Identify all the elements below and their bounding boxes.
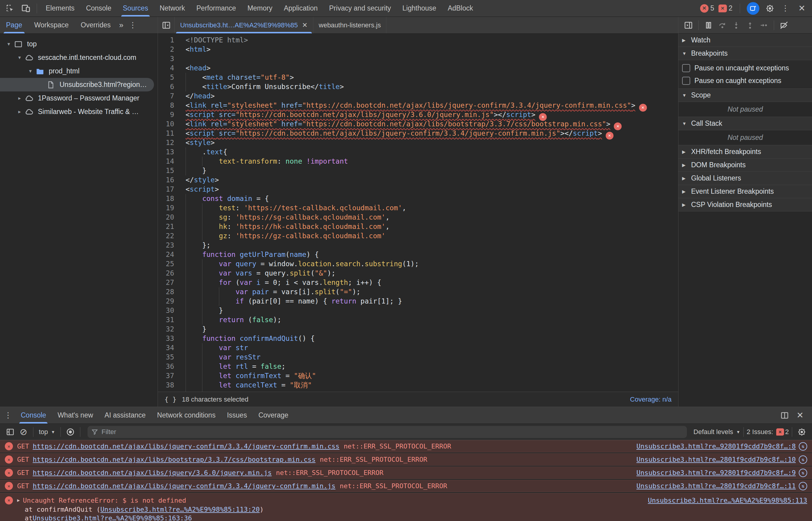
execution-context-selector[interactable]: top ▼: [37, 428, 57, 436]
section-header-xhr-fetch-breakpoints[interactable]: ▶XHR/fetch Breakpoints: [678, 145, 812, 159]
line-number[interactable]: 19: [158, 203, 181, 213]
line-number[interactable]: 31: [158, 315, 181, 324]
source-location-link[interactable]: Unsubscribe3.html?re…92801f9cdd7b9c8f…:8: [636, 443, 796, 450]
source-location-link[interactable]: Unsubscribe3.html?re…2801f9cdd7b9c8f…:10: [636, 456, 796, 463]
line-number[interactable]: 12: [158, 138, 181, 148]
step-out-icon[interactable]: [743, 18, 757, 32]
line-number[interactable]: 5: [158, 73, 181, 82]
log-levels-selector[interactable]: Default levels ▼: [694, 428, 740, 436]
pause-script-icon[interactable]: [702, 18, 716, 32]
toggle-navigator-icon[interactable]: [158, 17, 175, 33]
source-code-view[interactable]: 1<!DOCTYPE html>2<html>34<head>5 <meta c…: [158, 34, 678, 392]
coverage-link[interactable]: Coverage: n/a: [630, 395, 672, 403]
console-settings-gear-icon[interactable]: [795, 427, 808, 436]
jump-to-source-icon[interactable]: ⇅: [799, 469, 807, 477]
line-number[interactable]: 37: [158, 371, 181, 381]
section-header-call-stack[interactable]: ▼Call Stack: [678, 117, 812, 130]
tree-item-unsubscribe3-html-region-[interactable]: Unsubscribe3.html?region…: [0, 78, 154, 91]
line-number[interactable]: 17: [158, 185, 181, 194]
line-number[interactable]: 20: [158, 213, 181, 222]
section-header-csp-violation-breakpoints[interactable]: ▶CSP Violation Breakpoints: [678, 198, 812, 211]
section-header-event-listener-breakpoints[interactable]: ▶Event Listener Breakpoints: [678, 185, 812, 198]
line-number[interactable]: 35: [158, 353, 181, 362]
section-header-dom-breakpoints[interactable]: ▶DOM Breakpoints: [678, 159, 812, 172]
expand-caret-icon[interactable]: ▶: [17, 498, 20, 503]
line-number[interactable]: 22: [158, 231, 181, 241]
toggle-debugger-panel-icon[interactable]: [681, 18, 695, 32]
line-number[interactable]: 15: [158, 166, 181, 175]
drawer-tab-issues[interactable]: Issues: [221, 407, 253, 424]
main-tab-console[interactable]: Console: [80, 0, 117, 17]
tree-item-prod-html[interactable]: ▾prod_html: [0, 64, 158, 78]
request-url-link[interactable]: https://cdn.bootcdn.net/ajax/libs/bootst…: [33, 456, 316, 463]
request-url-link[interactable]: https://cdn.bootcdn.net/ajax/libs/jquery…: [33, 443, 340, 450]
source-location-link[interactable]: Unsubscribe3.html?re…2801f9cdd7b9c8f…:11: [636, 482, 796, 490]
line-number[interactable]: 11: [158, 129, 181, 138]
line-number[interactable]: 8: [158, 101, 181, 110]
main-tab-sources[interactable]: Sources: [117, 0, 154, 17]
section-header-breakpoints[interactable]: ▼Breakpoints: [678, 47, 812, 60]
filter-input[interactable]: [101, 428, 683, 436]
main-tab-elements[interactable]: Elements: [40, 0, 80, 17]
line-number[interactable]: 33: [158, 334, 181, 343]
line-number[interactable]: 25: [158, 259, 181, 269]
navigator-tab-overrides[interactable]: Overrides: [75, 17, 117, 33]
line-number[interactable]: 13: [158, 148, 181, 157]
main-tab-performance[interactable]: Performance: [191, 0, 242, 17]
console-errors-indicator[interactable]: ✕ 5: [700, 4, 717, 13]
main-tab-memory[interactable]: Memory: [242, 0, 278, 17]
device-toolbar-icon[interactable]: [18, 0, 34, 17]
step-into-icon[interactable]: [729, 18, 743, 32]
main-tab-application[interactable]: Application: [278, 0, 324, 17]
stack-frame-link[interactable]: Unsubscribe3.html?re…%A2%E9%98%85:163:36: [33, 514, 192, 521]
section-header-scope[interactable]: ▼Scope: [678, 89, 812, 102]
jump-to-source-icon[interactable]: ⇅: [799, 442, 807, 451]
source-location-link[interactable]: Unsubscribe3.html?re…92801f9cdd7b9c8f…:9: [636, 469, 796, 476]
line-number[interactable]: 26: [158, 269, 181, 278]
navigator-tab-workspace[interactable]: Workspace: [28, 17, 75, 33]
live-expression-eye-icon[interactable]: [64, 425, 77, 438]
tree-item-sescache-intl-tencent-cloud-co[interactable]: ▾sescache.intl.tencent-cloud.com: [0, 51, 158, 64]
section-header-global-listeners[interactable]: ▶Global Listeners: [678, 172, 812, 185]
settings-gear-icon[interactable]: [763, 4, 777, 13]
source-location-link[interactable]: Unsubscribe3.html?re…%AE%A2%E9%98%85:113: [648, 497, 807, 504]
line-number[interactable]: 34: [158, 343, 181, 353]
line-number[interactable]: 18: [158, 194, 181, 203]
breakpoint-option[interactable]: Pause on caught exceptions: [678, 74, 812, 87]
checkbox-icon[interactable]: [682, 64, 690, 72]
console-sidebar-icon[interactable]: [4, 425, 17, 438]
line-number[interactable]: 9: [158, 110, 181, 119]
editor-tab-inactive[interactable]: webauthn-listeners.js: [314, 17, 387, 33]
tree-expander-icon[interactable]: ▾: [15, 54, 24, 61]
drawer-more-icon[interactable]: ⋮: [1, 411, 15, 420]
tree-expander-icon[interactable]: ▸: [15, 95, 24, 101]
line-number[interactable]: 21: [158, 222, 181, 231]
editor-tab-active[interactable]: Unsubscribe3.ht…AE%A2%E9%98%85✕: [175, 17, 314, 33]
line-number[interactable]: 28: [158, 287, 181, 297]
format-braces-icon[interactable]: { }: [164, 395, 177, 403]
main-tab-adblock[interactable]: AdBlock: [442, 0, 479, 17]
step-icon[interactable]: [757, 18, 771, 32]
jump-to-source-icon[interactable]: ⇅: [799, 482, 807, 490]
line-number[interactable]: 16: [158, 175, 181, 185]
step-over-icon[interactable]: [716, 18, 729, 32]
main-tab-network[interactable]: Network: [154, 0, 191, 17]
line-number[interactable]: 27: [158, 278, 181, 287]
clear-console-icon[interactable]: ⊘: [17, 425, 30, 438]
line-number[interactable]: 29: [158, 297, 181, 306]
console-filter[interactable]: [88, 426, 687, 438]
issues-counter[interactable]: 2 Issues: ✕ 2: [747, 428, 789, 436]
tree-expander-icon[interactable]: ▾: [4, 41, 13, 47]
line-number[interactable]: 3: [158, 54, 181, 64]
section-header-watch[interactable]: ▶Watch: [678, 34, 812, 47]
main-tab-privacy-and-security[interactable]: Privacy and security: [323, 0, 397, 17]
more-tabs-icon[interactable]: »: [117, 20, 126, 30]
close-devtools-icon[interactable]: ✕: [794, 3, 810, 13]
tab-close-icon[interactable]: ✕: [302, 21, 307, 29]
line-number[interactable]: 38: [158, 381, 181, 390]
inspect-element-icon[interactable]: [2, 0, 18, 17]
stack-frame-link[interactable]: Unsubscribe3.html?re…%A2%E9%98%85:113:20: [100, 506, 260, 513]
line-number[interactable]: 32: [158, 324, 181, 334]
line-number[interactable]: 2: [158, 45, 181, 54]
line-number[interactable]: 23: [158, 241, 181, 250]
